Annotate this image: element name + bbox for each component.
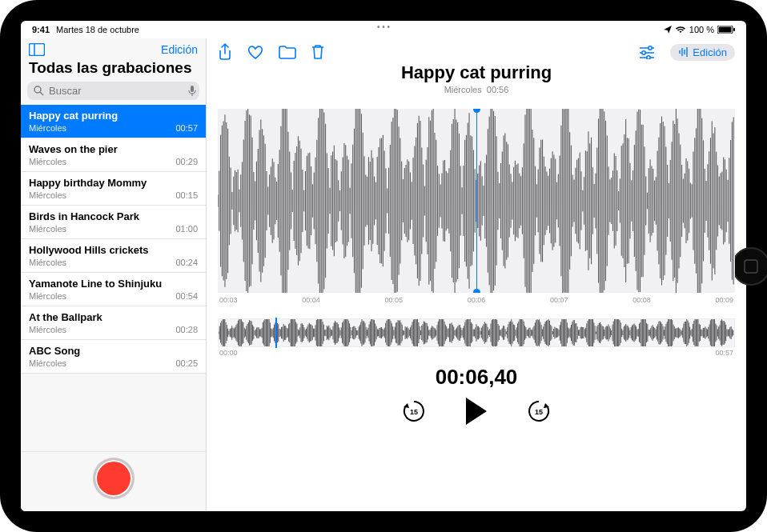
- trash-icon[interactable]: [311, 44, 325, 60]
- recording-item-duration: 01:00: [175, 224, 198, 234]
- recording-item[interactable]: At the Ballpark Miércoles 00:28: [21, 306, 206, 340]
- recording-item-day: Miércoles: [29, 358, 66, 368]
- recording-item-duration: 00:25: [175, 358, 198, 368]
- recording-item[interactable]: Hollywood Hills crickets Miércoles 00:24: [21, 239, 206, 273]
- mic-icon[interactable]: [188, 86, 196, 97]
- recording-item-duration: 00:54: [175, 291, 198, 301]
- tick-label: 00:04: [302, 296, 320, 304]
- svg-point-7: [34, 86, 41, 93]
- tick-label: 00:05: [384, 296, 403, 304]
- recording-item-title: Waves on the pier: [29, 143, 198, 155]
- search-icon: [34, 86, 44, 96]
- svg-rect-5: [30, 44, 45, 56]
- recording-title[interactable]: Happy cat purring: [218, 62, 735, 83]
- recording-item[interactable]: ABC Song Miércoles 00:25: [21, 340, 206, 374]
- recording-item-day: Miércoles: [29, 123, 66, 133]
- waveform-main-ticks: 00:0300:0400:0500:0600:0700:0800:09: [218, 293, 735, 304]
- waveform-overview[interactable]: [218, 318, 735, 347]
- battery-icon: [717, 26, 735, 34]
- recording-item-day: Miércoles: [29, 291, 66, 301]
- recording-item[interactable]: Waves on the pier Miércoles 00:29: [21, 138, 206, 172]
- waveform-icon: [678, 46, 689, 58]
- rewind-15-button[interactable]: 15: [400, 398, 428, 425]
- options-icon[interactable]: [638, 45, 656, 59]
- svg-line-8: [40, 92, 43, 95]
- recording-item-day: Miércoles: [29, 157, 66, 166]
- recording-item-title: ABC Song: [29, 345, 198, 357]
- waveform-overview-ticks: 00:0000:57: [218, 347, 735, 357]
- status-time: 9:41: [32, 25, 50, 34]
- overview-playhead[interactable]: [275, 318, 277, 348]
- recording-item-title: Hollywood Hills crickets: [29, 244, 198, 256]
- tick-label: 00:03: [219, 296, 238, 304]
- recording-item-day: Miércoles: [29, 258, 66, 267]
- sidebar: Edición Todas las grabaciones Happy cat …: [21, 38, 207, 511]
- sidebar-edit-button[interactable]: Edición: [161, 43, 198, 56]
- svg-point-14: [642, 51, 645, 54]
- folder-icon[interactable]: [279, 45, 296, 59]
- wifi-icon: [675, 26, 686, 34]
- location-icon: [664, 26, 672, 34]
- recording-item-title: Birds in Hancock Park: [29, 210, 198, 222]
- battery-pct: 100 %: [689, 25, 714, 34]
- recording-item[interactable]: Yamanote Line to Shinjuku Miércoles 00:5…: [21, 273, 206, 306]
- recording-item-duration: 00:28: [175, 325, 198, 334]
- svg-text:15: 15: [535, 408, 543, 416]
- recording-item-duration: 00:57: [175, 123, 198, 133]
- forward-15-button[interactable]: 15: [525, 398, 552, 425]
- detail-pane: Edición Happy cat purring Miércoles 00:5…: [207, 38, 746, 511]
- tick-label: 00:09: [715, 296, 733, 304]
- svg-text:15: 15: [410, 408, 418, 416]
- tick-label: 00:07: [550, 296, 568, 304]
- recording-subtitle: Miércoles 00:56: [218, 85, 735, 94]
- recording-item-title: At the Ballpark: [29, 311, 198, 323]
- recording-item-day: Miércoles: [29, 190, 66, 200]
- status-date: Martes 18 de octubre: [56, 25, 139, 34]
- detail-edit-button[interactable]: Edición: [670, 44, 735, 61]
- svg-rect-4: [733, 28, 735, 31]
- recording-item[interactable]: Birds in Hancock Park Miércoles 01:00: [21, 206, 206, 239]
- recording-item-day: Miércoles: [29, 325, 66, 334]
- detail-edit-label: Edición: [693, 46, 727, 58]
- tick-label: 00:08: [632, 296, 651, 304]
- svg-point-0: [733, 248, 767, 285]
- sidebar-toggle-icon[interactable]: [29, 43, 45, 56]
- recording-item-title: Happy cat purring: [29, 110, 198, 122]
- recording-item-title: Happy birthday Mommy: [29, 177, 198, 189]
- recording-item-duration: 00:15: [175, 190, 198, 200]
- sidebar-title: Todas las grabaciones: [21, 58, 206, 82]
- grabber-dots: • • •: [377, 22, 390, 31]
- tick-label: 00:06: [468, 296, 486, 304]
- playhead[interactable]: [476, 109, 477, 293]
- recording-item-duration: 00:29: [175, 157, 198, 166]
- svg-rect-3: [719, 27, 732, 33]
- svg-rect-9: [191, 86, 194, 92]
- search-input[interactable]: [49, 85, 183, 97]
- recording-item-title: Yamanote Line to Shinjuku: [29, 278, 198, 290]
- svg-point-12: [649, 46, 652, 50]
- recording-item[interactable]: Happy cat purring Miércoles 00:57: [21, 105, 206, 138]
- recording-item[interactable]: Happy birthday Mommy Miércoles 00:15: [21, 172, 206, 206]
- home-button[interactable]: [730, 246, 767, 287]
- share-icon[interactable]: [218, 43, 232, 61]
- record-button[interactable]: [95, 460, 132, 497]
- svg-point-16: [647, 56, 650, 59]
- recordings-list[interactable]: Happy cat purring Miércoles 00:57Waves o…: [21, 105, 206, 451]
- search-field[interactable]: [27, 82, 199, 100]
- recording-item-day: Miércoles: [29, 224, 66, 234]
- recording-item-duration: 00:24: [175, 258, 198, 267]
- favorite-icon[interactable]: [247, 44, 264, 60]
- play-button[interactable]: [463, 396, 490, 426]
- current-time: 00:06,40: [218, 365, 735, 390]
- waveform-main[interactable]: [218, 109, 735, 293]
